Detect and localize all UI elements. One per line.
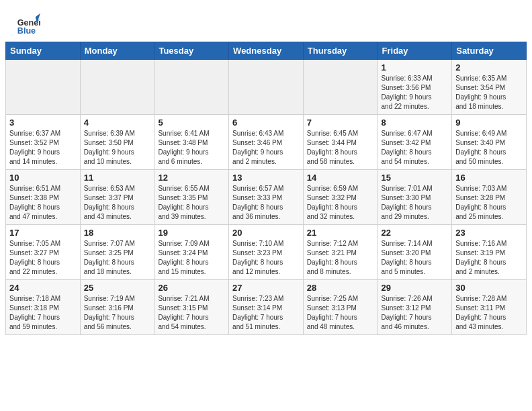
day-info: Sunrise: 7:16 AM Sunset: 3:19 PM Dayligh… <box>455 239 523 277</box>
day-cell: 12Sunrise: 6:55 AM Sunset: 3:35 PM Dayli… <box>154 170 229 225</box>
day-info: Sunrise: 7:07 AM Sunset: 3:25 PM Dayligh… <box>84 239 151 277</box>
day-cell: 22Sunrise: 7:14 AM Sunset: 3:20 PM Dayli… <box>378 225 452 280</box>
day-cell: 23Sunrise: 7:16 AM Sunset: 3:19 PM Dayli… <box>452 225 527 280</box>
day-of-week-friday: Friday <box>378 42 452 60</box>
day-cell: 30Sunrise: 7:28 AM Sunset: 3:11 PM Dayli… <box>452 280 527 335</box>
day-info: Sunrise: 7:09 AM Sunset: 3:24 PM Dayligh… <box>158 239 225 277</box>
day-cell: 19Sunrise: 7:09 AM Sunset: 3:24 PM Dayli… <box>154 225 229 280</box>
day-cell: 18Sunrise: 7:07 AM Sunset: 3:25 PM Dayli… <box>80 225 154 280</box>
day-info: Sunrise: 6:47 AM Sunset: 3:42 PM Dayligh… <box>382 129 449 167</box>
day-cell: 9Sunrise: 6:49 AM Sunset: 3:40 PM Daylig… <box>452 115 527 170</box>
day-of-week-monday: Monday <box>80 42 154 60</box>
day-info: Sunrise: 7:28 AM Sunset: 3:11 PM Dayligh… <box>455 294 523 332</box>
day-cell <box>154 60 229 115</box>
day-info: Sunrise: 7:21 AM Sunset: 3:15 PM Dayligh… <box>158 294 225 332</box>
logo: General Blue <box>16 12 40 36</box>
day-info: Sunrise: 6:35 AM Sunset: 3:54 PM Dayligh… <box>455 74 523 111</box>
day-number: 1 <box>382 62 449 73</box>
day-info: Sunrise: 7:12 AM Sunset: 3:21 PM Dayligh… <box>307 239 374 277</box>
day-number: 13 <box>232 173 300 183</box>
day-info: Sunrise: 7:05 AM Sunset: 3:27 PM Dayligh… <box>9 239 77 277</box>
day-cell: 27Sunrise: 7:23 AM Sunset: 3:14 PM Dayli… <box>229 280 304 335</box>
week-row-4: 17Sunrise: 7:05 AM Sunset: 3:27 PM Dayli… <box>6 225 527 280</box>
day-number: 10 <box>9 173 77 183</box>
calendar-header: SundayMondayTuesdayWednesdayThursdayFrid… <box>6 42 527 60</box>
day-number: 18 <box>84 228 151 238</box>
day-cell: 1Sunrise: 6:33 AM Sunset: 3:56 PM Daylig… <box>378 60 452 115</box>
day-cell: 13Sunrise: 6:57 AM Sunset: 3:33 PM Dayli… <box>229 170 304 225</box>
generalblue-logo-icon: General Blue <box>16 12 40 36</box>
day-number: 26 <box>158 283 225 293</box>
day-cell: 3Sunrise: 6:37 AM Sunset: 3:52 PM Daylig… <box>6 115 81 170</box>
day-number: 12 <box>158 173 225 183</box>
day-info: Sunrise: 6:59 AM Sunset: 3:32 PM Dayligh… <box>307 184 374 222</box>
day-cell: 25Sunrise: 7:19 AM Sunset: 3:16 PM Dayli… <box>80 280 154 335</box>
week-row-5: 24Sunrise: 7:18 AM Sunset: 3:18 PM Dayli… <box>6 280 527 335</box>
day-info: Sunrise: 6:57 AM Sunset: 3:33 PM Dayligh… <box>232 184 300 222</box>
week-row-2: 3Sunrise: 6:37 AM Sunset: 3:52 PM Daylig… <box>6 115 527 170</box>
day-cell: 20Sunrise: 7:10 AM Sunset: 3:23 PM Dayli… <box>229 225 304 280</box>
day-number: 29 <box>382 283 449 293</box>
day-cell: 10Sunrise: 6:51 AM Sunset: 3:38 PM Dayli… <box>6 170 81 225</box>
day-info: Sunrise: 6:45 AM Sunset: 3:44 PM Dayligh… <box>307 129 374 167</box>
day-number: 17 <box>9 228 77 238</box>
day-of-week-wednesday: Wednesday <box>229 42 304 60</box>
day-header-row: SundayMondayTuesdayWednesdayThursdayFrid… <box>6 42 527 60</box>
day-of-week-thursday: Thursday <box>303 42 378 60</box>
calendar-body: 1Sunrise: 6:33 AM Sunset: 3:56 PM Daylig… <box>6 60 527 335</box>
day-number: 25 <box>84 283 151 293</box>
day-cell: 29Sunrise: 7:26 AM Sunset: 3:12 PM Dayli… <box>378 280 452 335</box>
day-number: 20 <box>232 228 300 238</box>
day-cell <box>80 60 154 115</box>
day-of-week-sunday: Sunday <box>6 42 81 60</box>
day-cell: 14Sunrise: 6:59 AM Sunset: 3:32 PM Dayli… <box>303 170 378 225</box>
day-cell: 11Sunrise: 6:53 AM Sunset: 3:37 PM Dayli… <box>80 170 154 225</box>
day-cell <box>303 60 378 115</box>
day-info: Sunrise: 7:25 AM Sunset: 3:13 PM Dayligh… <box>307 294 374 332</box>
day-cell: 21Sunrise: 7:12 AM Sunset: 3:21 PM Dayli… <box>303 225 378 280</box>
week-row-1: 1Sunrise: 6:33 AM Sunset: 3:56 PM Daylig… <box>6 60 527 115</box>
day-number: 19 <box>158 228 225 238</box>
day-number: 2 <box>455 62 523 73</box>
day-info: Sunrise: 6:41 AM Sunset: 3:48 PM Dayligh… <box>158 129 225 167</box>
day-cell: 6Sunrise: 6:43 AM Sunset: 3:46 PM Daylig… <box>229 115 304 170</box>
day-info: Sunrise: 7:10 AM Sunset: 3:23 PM Dayligh… <box>232 239 300 277</box>
calendar-table: SundayMondayTuesdayWednesdayThursdayFrid… <box>5 42 527 335</box>
day-info: Sunrise: 7:01 AM Sunset: 3:30 PM Dayligh… <box>382 184 449 222</box>
day-of-week-saturday: Saturday <box>452 42 527 60</box>
day-number: 28 <box>307 283 374 293</box>
day-number: 7 <box>307 118 374 128</box>
day-cell: 2Sunrise: 6:35 AM Sunset: 3:54 PM Daylig… <box>452 60 527 115</box>
day-number: 3 <box>9 118 77 128</box>
day-info: Sunrise: 7:03 AM Sunset: 3:28 PM Dayligh… <box>455 184 523 222</box>
day-cell <box>229 60 304 115</box>
day-number: 22 <box>382 228 449 238</box>
day-info: Sunrise: 6:33 AM Sunset: 3:56 PM Dayligh… <box>382 74 449 111</box>
day-cell <box>6 60 81 115</box>
day-of-week-tuesday: Tuesday <box>154 42 229 60</box>
day-info: Sunrise: 7:23 AM Sunset: 3:14 PM Dayligh… <box>232 294 300 332</box>
day-number: 6 <box>232 118 300 128</box>
day-number: 23 <box>455 228 523 238</box>
page-header: General Blue <box>0 0 532 42</box>
day-info: Sunrise: 6:53 AM Sunset: 3:37 PM Dayligh… <box>84 184 151 222</box>
day-number: 21 <box>307 228 374 238</box>
day-number: 11 <box>84 173 151 183</box>
day-info: Sunrise: 7:19 AM Sunset: 3:16 PM Dayligh… <box>84 294 151 332</box>
week-row-3: 10Sunrise: 6:51 AM Sunset: 3:38 PM Dayli… <box>6 170 527 225</box>
day-number: 14 <box>307 173 374 183</box>
day-cell: 16Sunrise: 7:03 AM Sunset: 3:28 PM Dayli… <box>452 170 527 225</box>
day-number: 8 <box>382 118 449 128</box>
day-cell: 4Sunrise: 6:39 AM Sunset: 3:50 PM Daylig… <box>80 115 154 170</box>
day-cell: 24Sunrise: 7:18 AM Sunset: 3:18 PM Dayli… <box>6 280 81 335</box>
day-info: Sunrise: 7:26 AM Sunset: 3:12 PM Dayligh… <box>382 294 449 332</box>
day-number: 9 <box>455 118 523 128</box>
day-number: 16 <box>455 173 523 183</box>
svg-text:Blue: Blue <box>17 26 36 36</box>
day-number: 27 <box>232 283 300 293</box>
day-info: Sunrise: 6:55 AM Sunset: 3:35 PM Dayligh… <box>158 184 225 222</box>
day-cell: 28Sunrise: 7:25 AM Sunset: 3:13 PM Dayli… <box>303 280 378 335</box>
day-cell: 7Sunrise: 6:45 AM Sunset: 3:44 PM Daylig… <box>303 115 378 170</box>
day-info: Sunrise: 6:49 AM Sunset: 3:40 PM Dayligh… <box>455 129 523 167</box>
day-info: Sunrise: 6:43 AM Sunset: 3:46 PM Dayligh… <box>232 129 300 167</box>
